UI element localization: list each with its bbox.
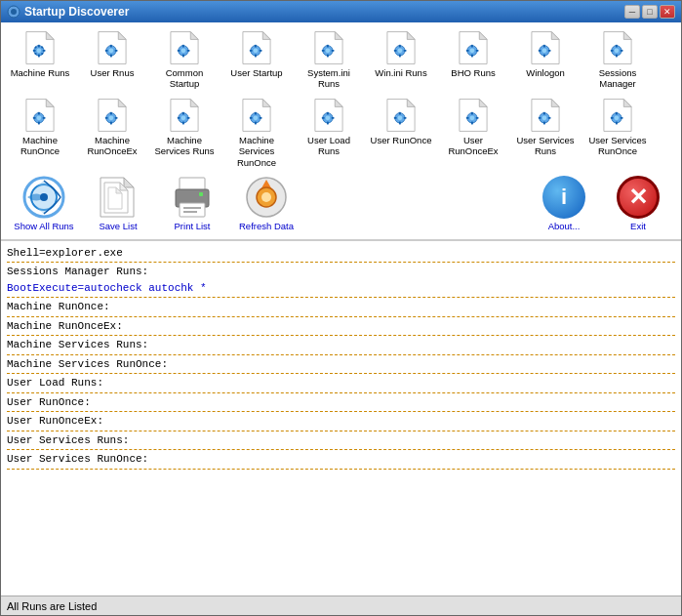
machine-services-runonce-item[interactable]: Machine Services RunOnce [221,96,292,170]
text-line [7,354,675,355]
user-services-runonce-item[interactable]: User Services RunOnce [582,96,653,170]
text-line [7,449,675,450]
svg-rect-6 [38,45,40,48]
maximize-button[interactable]: □ [642,5,658,19]
icon-row-1: Machine Runs [5,28,677,92]
text-line [7,316,675,317]
svg-rect-147 [616,121,618,124]
machine-runonce-icon [22,98,58,133]
svg-rect-109 [260,117,262,119]
exit-button[interactable]: ✕ Exit [603,174,673,233]
text-line: BootExecute=autocheck autochk * [7,280,675,297]
status-text: All Runs are Listed [7,600,97,612]
svg-rect-164 [199,192,203,196]
svg-rect-162 [183,207,201,209]
minimize-button[interactable]: ─ [624,5,640,19]
close-button[interactable]: ✕ [660,5,675,19]
user-runs-icon [95,30,130,65]
svg-point-41 [326,48,331,53]
winlogon-icon [528,30,563,65]
svg-rect-84 [33,117,36,119]
machine-runonce-label: Machine RunOnce [7,135,73,157]
machine-runonce-item[interactable]: Machine RunOnce [5,96,75,170]
svg-rect-141 [548,117,551,119]
bho-runs-item[interactable]: BHO Runs [438,28,508,92]
user-runonceex-label: User RunOnceEx [440,135,506,157]
svg-marker-63 [551,32,559,40]
show-all-runs-label: Show All Runs [14,221,73,231]
sessions-manager-item[interactable]: Sessions Manager [582,28,653,92]
svg-rect-125 [404,117,407,119]
print-list-button[interactable]: Print List [157,174,227,233]
user-runonceex-item[interactable]: User RunOnceEx [438,96,508,170]
bho-runs-icon [456,30,491,65]
text-line: Sessions Manager Runs: [7,264,675,280]
svg-rect-114 [327,111,329,114]
svg-rect-85 [43,117,46,119]
svg-rect-133 [476,117,479,119]
about-label: About... [548,221,581,231]
sysini-runs-label: System.ini Runs [296,67,362,90]
user-runonce-icon [383,98,419,133]
content-area: Machine Runs [1,22,681,615]
text-line: Machine Services RunOnce: [7,356,675,373]
svg-marker-15 [118,32,126,40]
user-services-runonce-label: User Services RunOnce [584,135,651,157]
text-content-area[interactable]: Shell=explorer.exeSessions Manager Runs:… [1,241,681,595]
about-icon: i [542,176,585,219]
svg-point-113 [326,115,331,120]
winlogon-label: Winlogon [526,67,565,78]
winlogon-item[interactable]: Winlogon [510,28,581,92]
text-line: User RunOnce: [7,394,675,411]
save-list-button[interactable]: Save List [83,174,153,233]
svg-rect-130 [471,111,473,114]
machine-runs-item[interactable]: Machine Runs [5,28,75,92]
status-bar: All Runs are Listed [1,595,681,615]
title-bar-left: Startup Discoverer [7,5,129,19]
user-runs-item[interactable]: User Rnus [77,28,147,92]
svg-point-137 [542,115,547,120]
svg-marker-55 [479,32,487,40]
sysini-runs-item[interactable]: System.ini Runs [294,28,364,92]
user-runonceex-icon [456,98,491,133]
user-load-runs-item[interactable]: User Load Runs [294,96,364,170]
text-line: Machine RunOnce: [7,299,675,315]
svg-point-5 [37,48,42,53]
svg-rect-91 [110,121,112,124]
svg-rect-101 [187,117,190,119]
user-runs-label: User Rnus [91,67,135,78]
svg-rect-161 [180,203,205,217]
svg-rect-122 [399,111,401,114]
svg-rect-18 [110,45,112,48]
svg-rect-106 [255,111,257,114]
svg-marker-71 [623,32,631,40]
about-button[interactable]: i About... [529,174,599,233]
machine-runonceex-icon [95,98,130,133]
user-runonce-item[interactable]: User RunOnce [366,96,436,170]
common-startup-item[interactable]: Common Startup [149,28,220,92]
text-line [7,335,675,336]
user-services-runs-item[interactable]: User Services Runs [510,96,581,170]
text-line: Machine RunOnceEx: [7,318,675,335]
machine-services-runs-item[interactable]: Machine Services Runs [149,96,220,170]
user-services-runs-label: User Services Runs [512,135,579,157]
svg-rect-124 [394,117,397,119]
svg-rect-108 [250,117,253,119]
svg-rect-34 [255,45,257,48]
svg-marker-143 [623,99,631,106]
show-all-runs-button[interactable]: Show All Runs [9,174,79,233]
refresh-data-button[interactable]: Refresh Data [231,174,301,233]
user-startup-item[interactable]: User Startup [221,28,292,92]
svg-rect-149 [621,117,623,119]
svg-rect-60 [466,50,469,52]
winini-runs-item[interactable]: Win.ini Runs [366,28,436,92]
text-line: User Services RunOnce: [7,451,675,468]
svg-rect-148 [611,117,614,119]
user-services-runs-icon [528,98,563,133]
svg-rect-123 [399,121,401,124]
refresh-data-label: Refresh Data [239,221,294,231]
machine-runonceex-item[interactable]: Machine RunOnceEx [77,96,147,170]
sysini-runs-icon [311,30,346,65]
text-line: User Load Runs: [7,375,675,391]
user-load-runs-label: User Load Runs [296,135,362,157]
